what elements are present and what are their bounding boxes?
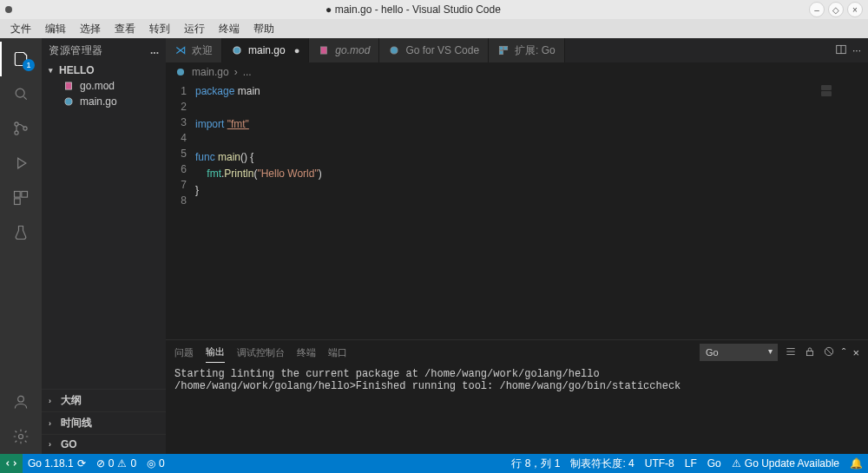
status-bar: Go 1.18.1 ⟳ ⊘0 ⚠0 ◎0 行 8，列 1 制表符长度: 4 UT… [0, 454, 868, 473]
code-line[interactable]: import "fmt" [195, 118, 249, 130]
output-channel-select[interactable]: Go [700, 344, 778, 361]
os-menu-item-6[interactable]: 终端 [214, 20, 245, 38]
svg-point-7 [18, 396, 24, 402]
panel-tab[interactable]: 问题 [174, 343, 194, 363]
status-eol[interactable]: LF [685, 457, 697, 470]
breadcrumbs[interactable]: main.go › ... [166, 62, 868, 82]
status-encoding[interactable]: UTF-8 [645, 457, 674, 470]
split-editor-icon[interactable] [835, 43, 847, 58]
code-content[interactable]: package main import "fmt" func main() { … [195, 82, 816, 339]
tab-label: Go for VS Code [405, 44, 479, 56]
editor-tab[interactable]: Go for VS Code [379, 38, 489, 62]
os-menu-item-7[interactable]: 帮助 [248, 20, 279, 38]
status-line-col[interactable]: 行 8，列 1 [511, 457, 560, 471]
activity-source-control-icon[interactable] [0, 111, 42, 146]
editor-more-icon[interactable]: ··· [852, 44, 861, 56]
code-line[interactable]: fmt.Println("Hello World") [195, 168, 322, 180]
tab-label: main.go [248, 44, 286, 56]
panel-lock-icon[interactable] [804, 345, 816, 359]
line-number: 5 [166, 146, 187, 161]
svg-rect-19 [807, 351, 813, 355]
os-menu-item-2[interactable]: 选择 [75, 20, 106, 38]
sidebar-more-icon[interactable]: ... [150, 44, 159, 56]
tab-file-icon [497, 44, 510, 56]
explorer-sidebar: 资源管理器 ... ▾ HELLO go.modmain.go ›大纲›时间线›… [42, 38, 166, 454]
editor-tab[interactable]: go.mod [309, 38, 379, 62]
panel-tab[interactable]: 输出 [206, 342, 225, 363]
activity-testing-icon[interactable] [0, 215, 42, 250]
code-line[interactable]: func main() { [195, 151, 253, 163]
activity-extensions-icon[interactable] [0, 181, 42, 215]
line-number: 3 [166, 115, 187, 130]
os-menu-item-1[interactable]: 编辑 [40, 20, 71, 38]
os-menu-item-4[interactable]: 转到 [144, 20, 175, 38]
tree-project-header[interactable]: ▾ HELLO [42, 62, 166, 78]
sidebar-section[interactable]: ›时间线 [42, 411, 166, 434]
status-ports[interactable]: ◎0 [147, 457, 165, 470]
panel-output[interactable]: Starting linting the current package at … [166, 365, 868, 454]
os-menu-item-5[interactable]: 运行 [179, 20, 210, 38]
status-language-mode[interactable]: Go [707, 457, 721, 470]
sidebar-section[interactable]: ›大纲 [42, 389, 166, 411]
minimap[interactable] [816, 82, 868, 339]
breadcrumb-rest: ... [243, 66, 252, 78]
tab-file-icon [388, 44, 400, 56]
file-row[interactable]: main.go [42, 94, 166, 109]
panel-clear-icon[interactable] [823, 345, 835, 359]
sidebar-title: 资源管理器 [49, 43, 103, 58]
status-remote-icon[interactable] [0, 454, 23, 473]
file-tree: ▾ HELLO go.modmain.go [42, 62, 166, 389]
status-warnings-count: 0 [130, 457, 136, 470]
line-number-gutter: 12345678 [166, 82, 195, 339]
svg-rect-6 [15, 199, 21, 205]
window-minimize-button[interactable]: – [809, 2, 825, 17]
activity-accounts-icon[interactable] [0, 384, 42, 419]
status-problems[interactable]: ⊘0 ⚠0 [96, 457, 136, 470]
radio-icon: ◎ [147, 457, 155, 470]
panel-close-icon[interactable]: × [852, 347, 859, 358]
panel-tab[interactable]: 端口 [328, 343, 347, 363]
activity-settings-icon[interactable] [0, 419, 42, 454]
code-line[interactable]: } [195, 184, 199, 196]
panel-list-icon[interactable] [785, 345, 797, 359]
svg-point-0 [16, 89, 24, 97]
svg-point-3 [23, 127, 27, 130]
os-menubar: 文件编辑选择查看转到运行终端帮助 [0, 19, 868, 38]
file-row[interactable]: go.mod [42, 78, 166, 94]
editor-tab[interactable]: main.go● [222, 38, 309, 62]
explorer-badge: 1 [23, 59, 35, 71]
window-maximize-button[interactable]: ◇ [828, 2, 844, 17]
sidebar-section[interactable]: ›GO [42, 434, 166, 454]
window-close-button[interactable]: × [847, 2, 863, 17]
status-indent[interactable]: 制表符长度: 4 [570, 457, 634, 471]
status-go-update[interactable]: ⚠ Go Update Available [732, 457, 839, 470]
svg-point-11 [233, 47, 240, 54]
panel-tab[interactable]: 终端 [297, 343, 316, 363]
status-go-version-value: Go 1.18.1 [28, 457, 74, 470]
svg-point-10 [65, 98, 72, 105]
activity-bar: 1 [0, 38, 42, 454]
editor-tab[interactable]: 欢迎 [166, 38, 222, 62]
sidebar-section-label: 时间线 [61, 416, 92, 430]
file-icon [62, 95, 75, 108]
editor-tab[interactable]: 扩展: Go [489, 38, 565, 62]
code-line[interactable]: package main [195, 85, 260, 97]
line-number: 8 [166, 193, 187, 208]
os-menu-item-3[interactable]: 查看 [109, 20, 141, 38]
tab-dirty-dot[interactable]: ● [294, 45, 300, 56]
tab-file-icon [174, 44, 187, 56]
warning-icon: ⚠ [117, 457, 127, 470]
line-number: 6 [166, 161, 187, 177]
panel-maximize-icon[interactable]: ˆ [842, 347, 845, 358]
chevron-right-icon: › [234, 66, 238, 78]
chevron-right-icon: › [49, 397, 56, 405]
panel-tab[interactable]: 调试控制台 [237, 343, 285, 363]
activity-run-debug-icon[interactable] [0, 146, 42, 181]
code-editor[interactable]: 12345678 package main import "fmt" func … [166, 82, 868, 339]
status-go-version[interactable]: Go 1.18.1 ⟳ [28, 457, 86, 470]
status-bell-icon[interactable]: 🔔 [850, 457, 863, 470]
activity-explorer-icon[interactable]: 1 [0, 42, 42, 76]
activity-search-icon[interactable] [0, 76, 42, 111]
os-menu-item-0[interactable]: 文件 [5, 20, 36, 38]
sidebar-section-label: GO [61, 438, 77, 450]
